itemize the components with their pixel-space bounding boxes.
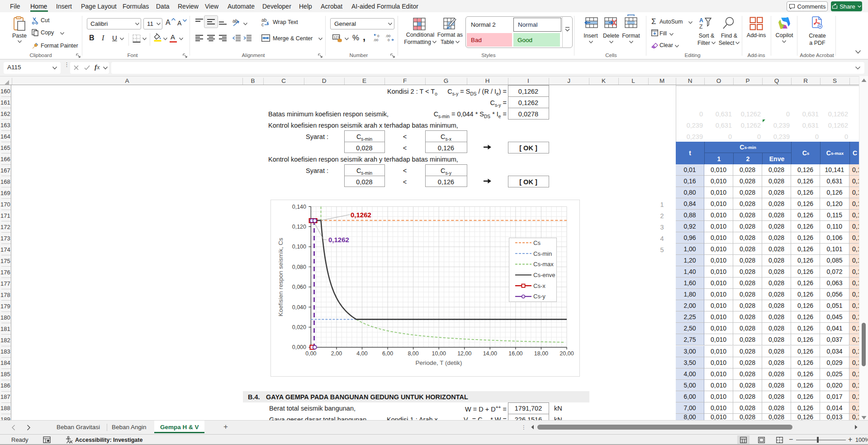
svg-text:2,00: 2,00 [331, 350, 342, 357]
svg-text:0,100: 0,100 [292, 244, 306, 250]
svg-text:0,080: 0,080 [292, 264, 306, 270]
svg-text:A: A [699, 17, 703, 24]
svg-text:Cs-y: Cs-y [533, 293, 545, 300]
svg-text:10,00: 10,00 [432, 350, 446, 357]
svg-text:Cs-x: Cs-x [533, 282, 545, 289]
svg-text:Koefisien respon seismik, Cs: Koefisien respon seismik, Cs [277, 238, 284, 316]
svg-text:.00: .00 [373, 38, 379, 42]
svg-text:Cs-min: Cs-min [533, 250, 552, 257]
svg-text:Cs-max: Cs-max [533, 261, 554, 268]
svg-text:0,020: 0,020 [292, 324, 306, 330]
svg-text:0,000: 0,000 [292, 344, 306, 350]
svg-text:0,060: 0,060 [292, 284, 306, 290]
svg-text:20,00: 20,00 [560, 350, 574, 357]
svg-text:0,1262: 0,1262 [328, 236, 349, 244]
svg-text:6,00: 6,00 [382, 350, 393, 357]
svg-text:0,1262: 0,1262 [351, 211, 371, 219]
svg-text:8,00: 8,00 [408, 350, 418, 357]
svg-text:0,140: 0,140 [292, 204, 306, 210]
svg-text:14,00: 14,00 [483, 350, 497, 357]
svg-text:0,00: 0,00 [305, 350, 316, 357]
svg-text:18,00: 18,00 [534, 350, 548, 357]
svg-text:4,00: 4,00 [356, 350, 367, 357]
svg-text:c: c [261, 22, 264, 27]
svg-text:Cs-enve: Cs-enve [533, 272, 555, 278]
svg-text:123: 123 [333, 35, 340, 39]
svg-text:Cs: Cs [533, 239, 541, 246]
svg-text:0: 0 [377, 34, 379, 38]
svg-text:16,00: 16,00 [508, 350, 522, 357]
svg-text:0: 0 [388, 38, 390, 42]
svg-text:.00: .00 [385, 34, 391, 38]
svg-text:0,120: 0,120 [292, 224, 306, 230]
svg-text:12,00: 12,00 [457, 350, 471, 357]
svg-text:Z: Z [699, 24, 702, 30]
svg-text:Periode, T (detik): Periode, T (detik) [415, 359, 462, 366]
svg-text:0,040: 0,040 [292, 304, 306, 311]
